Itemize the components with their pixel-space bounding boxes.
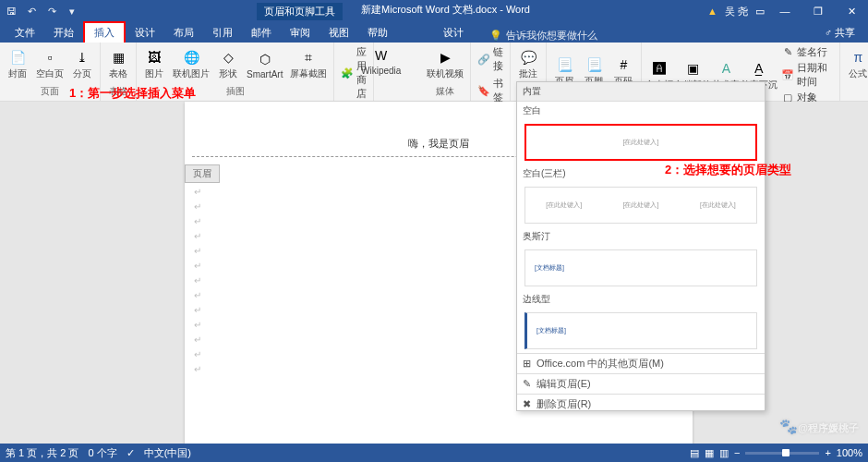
tell-me-text: 告诉我你想要做什么 <box>506 29 597 43</box>
group-symbols: π公式 Ω符号 #编号 符号 <box>840 43 868 101</box>
edit-icon: ✎ <box>523 378 531 390</box>
title-bar: 🖫 ↶ ↷ ▾ 页眉和页脚工具 新建Microsoft Word 文档.docx… <box>0 0 868 22</box>
tell-me[interactable]: 💡 告诉我你想要做什么 <box>489 29 597 43</box>
group-label: 插图 <box>226 84 245 99</box>
annotation-step2: 2：选择想要的页眉类型 <box>665 162 791 178</box>
bulb-icon: 💡 <box>489 30 502 42</box>
zoom-in-icon[interactable]: + <box>825 447 830 458</box>
sig-icon: ✎ <box>781 46 794 59</box>
tab-view[interactable]: 视图 <box>319 23 358 43</box>
screenshot-button[interactable]: ⌗屏幕截图 <box>287 44 330 84</box>
online-picture-icon: 🌐 <box>182 48 200 67</box>
redo-icon[interactable]: ↷ <box>44 6 59 18</box>
page-indicator[interactable]: 第 1 页，共 2 页 <box>6 446 78 460</box>
online-pictures-button[interactable]: 🌐联机图片 <box>170 44 212 84</box>
comment-button[interactable]: 💬批注 <box>514 44 542 84</box>
blank-page-button[interactable]: ▫空白页 <box>33 44 66 84</box>
undo-icon[interactable]: ↶ <box>24 6 39 18</box>
ribbon-options-icon[interactable]: ▭ <box>755 6 765 18</box>
office-icon: ⊞ <box>523 358 531 370</box>
print-layout-icon[interactable]: ▦ <box>705 447 714 459</box>
tab-home[interactable]: 开始 <box>44 23 83 43</box>
warning-icon[interactable]: ▲ <box>707 6 717 17</box>
gallery-label-austin: 奥斯汀 <box>517 227 765 246</box>
wikipedia-button[interactable]: WWikipedia <box>358 44 404 78</box>
table-button[interactable]: ▦表格 <box>104 44 132 84</box>
save-icon[interactable]: 🖫 <box>4 6 18 17</box>
word-count[interactable]: 0 个字 <box>88 446 116 460</box>
group-media: ▶联机视频 媒体 <box>420 43 471 101</box>
video-icon: ▶ <box>436 48 454 67</box>
equation-button[interactable]: π公式 <box>844 44 868 84</box>
zoom-slider[interactable] <box>745 452 819 455</box>
header-tab-label: 页眉 <box>185 164 220 183</box>
zoom-out-icon[interactable]: − <box>734 447 740 458</box>
gallery-more-office[interactable]: ⊞Office.com 中的其他页眉(M) <box>517 353 765 373</box>
picture-icon: 🖼 <box>145 48 163 67</box>
link-button[interactable]: 🔗链接 <box>475 44 506 74</box>
group-links: 🔗链接 🔖书签 ↔交叉引用 链接 <box>471 43 511 101</box>
shapes-icon: ◇ <box>219 48 237 67</box>
paw-icon: 🐾 <box>779 419 798 434</box>
tab-references[interactable]: 引用 <box>203 23 242 43</box>
online-video-button[interactable]: ▶联机视频 <box>424 44 466 84</box>
datetime-button[interactable]: 📅日期和时间 <box>778 60 836 90</box>
textbox-icon: 🅰 <box>650 59 669 78</box>
group-label: 媒体 <box>436 84 454 99</box>
shapes-button[interactable]: ◇形状 <box>214 44 242 84</box>
language-indicator[interactable]: 中文(中国) <box>144 446 191 460</box>
gallery-item-sideline[interactable]: [文档标题] <box>524 312 757 349</box>
minimize-button[interactable]: — <box>772 6 798 17</box>
gallery-item-austin[interactable]: [文档标题] <box>524 249 757 286</box>
header-icon: 📃 <box>555 55 573 74</box>
tab-review[interactable]: 审阅 <box>281 23 319 43</box>
page-break-button[interactable]: ⤓分页 <box>68 44 96 84</box>
footer-icon: 📃 <box>585 55 603 74</box>
pagenum-icon: # <box>614 55 633 74</box>
link-icon: 🔗 <box>477 53 490 66</box>
annotation-step1: 1：第一步选择插入菜单 <box>69 85 196 102</box>
close-button[interactable]: ✕ <box>838 6 864 18</box>
group-label: 页面 <box>41 84 59 99</box>
cover-page-button[interactable]: 📄封面 <box>4 44 31 84</box>
tab-file[interactable]: 文件 <box>6 23 44 43</box>
contextual-tab-title: 页眉和页脚工具 <box>257 3 343 20</box>
gallery-edit-header[interactable]: ✎编辑页眉(E) <box>517 373 765 394</box>
wordart-icon: A <box>717 59 735 78</box>
tab-design[interactable]: 设计 <box>126 23 164 43</box>
tab-help[interactable]: 帮助 <box>358 23 397 43</box>
blank-page-icon: ▫ <box>41 48 59 67</box>
spell-check-icon[interactable]: ✓ <box>127 447 135 459</box>
dropcap-icon: A̲ <box>750 59 768 78</box>
qat-dropdown-icon[interactable]: ▾ <box>65 6 79 18</box>
zoom-level[interactable]: 100% <box>837 447 862 458</box>
parts-icon: ▣ <box>683 59 702 78</box>
restore-button[interactable]: ❐ <box>805 6 831 18</box>
signature-button[interactable]: ✎签名行 <box>778 44 836 60</box>
pictures-button[interactable]: 🖼图片 <box>140 44 168 84</box>
group-addins: 🧩应用商店 ➕我的加载项 WWikipedia 加载项 <box>334 43 374 101</box>
wikipedia-icon: W <box>372 46 391 65</box>
equation-icon: π <box>849 48 867 67</box>
smartart-button[interactable]: ⬡SmartArt <box>244 44 285 84</box>
share-button[interactable]: ♂ 共享 <box>819 23 861 43</box>
tab-header-design[interactable]: 设计 <box>434 23 473 43</box>
gallery-remove-header[interactable]: ✖删除页眉(R) <box>517 394 765 411</box>
date-icon: 📅 <box>781 68 794 81</box>
screenshot-icon: ⌗ <box>299 48 318 67</box>
gallery-item-blank[interactable]: [在此处键入] <box>524 124 757 161</box>
tab-layout[interactable]: 布局 <box>164 23 203 43</box>
tab-mailings[interactable]: 邮件 <box>242 23 281 43</box>
document-title: 新建Microsoft Word 文档.docx - Word <box>361 3 530 20</box>
status-bar: 第 1 页，共 2 页 0 个字 ✓ 中文(中国) ▤ ▦ ▥ − + 100% <box>0 444 868 462</box>
tab-insert[interactable]: 插入 <box>83 21 126 43</box>
store-icon: 🧩 <box>341 67 354 79</box>
smartart-icon: ⬡ <box>256 50 274 68</box>
ribbon-tabs: 文件 开始 插入 设计 布局 引用 邮件 审阅 视图 帮助 设计 💡 告诉我你想… <box>0 22 868 43</box>
web-layout-icon[interactable]: ▥ <box>719 447 729 459</box>
user-name[interactable]: 吴 尧 <box>725 5 748 18</box>
read-mode-icon[interactable]: ▤ <box>690 447 699 459</box>
header-gallery: 内置 空白 [在此处键入] 空白(三栏) [在此处键入][在此处键入][在此处键… <box>516 81 766 411</box>
gallery-item-blank3[interactable]: [在此处键入][在此处键入][在此处键入] <box>524 187 757 224</box>
page-break-icon: ⤓ <box>73 48 91 67</box>
